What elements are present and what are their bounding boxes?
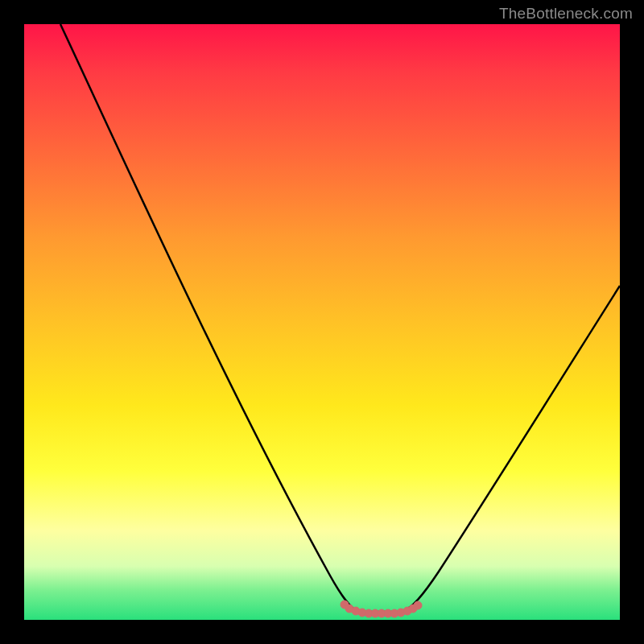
attribution-text: TheBottleneck.com — [499, 5, 633, 23]
chart-container: TheBottleneck.com — [0, 0, 644, 644]
bottleneck-curve — [24, 24, 620, 620]
curve-path — [60, 24, 620, 612]
floor-markers — [341, 601, 422, 617]
plot-area — [24, 24, 620, 620]
svg-point-12 — [414, 601, 422, 609]
